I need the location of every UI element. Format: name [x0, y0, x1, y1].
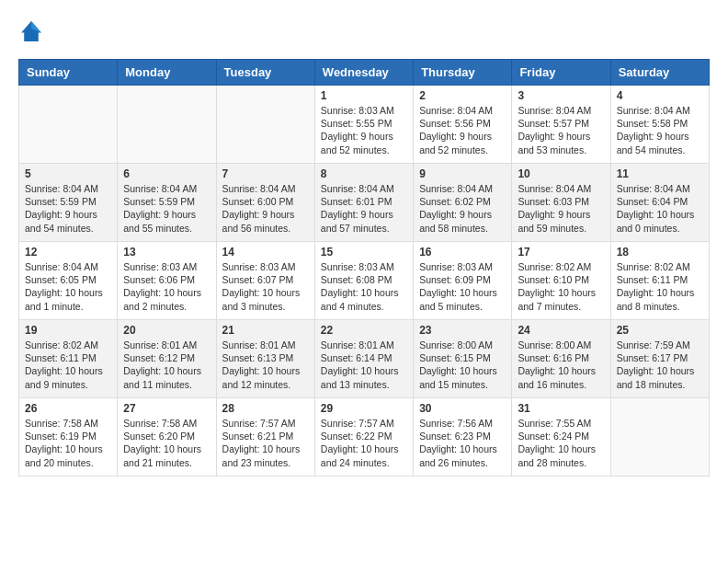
calendar-cell: 22Sunrise: 8:01 AM Sunset: 6:14 PM Dayli…: [314, 320, 413, 398]
cell-content: Sunrise: 8:01 AM Sunset: 6:14 PM Dayligh…: [321, 339, 407, 391]
calendar-cell: 4Sunrise: 8:04 AM Sunset: 5:58 PM Daylig…: [610, 86, 709, 164]
cell-content: Sunrise: 8:02 AM Sunset: 6:11 PM Dayligh…: [617, 260, 703, 313]
calendar-cell: [118, 86, 216, 164]
cell-content: Sunrise: 8:01 AM Sunset: 6:13 PM Dayligh…: [222, 339, 309, 391]
cell-content: Sunrise: 8:03 AM Sunset: 6:09 PM Dayligh…: [419, 260, 506, 313]
page-header: [18, 18, 710, 44]
cell-content: Sunrise: 7:56 AM Sunset: 6:23 PM Dayligh…: [419, 417, 506, 469]
calendar-cell: 9Sunrise: 8:04 AM Sunset: 6:02 PM Daylig…: [414, 164, 512, 242]
calendar-cell: 8Sunrise: 8:04 AM Sunset: 6:01 PM Daylig…: [314, 164, 413, 242]
calendar-cell: 1Sunrise: 8:03 AM Sunset: 5:55 PM Daylig…: [314, 86, 413, 164]
calendar-cell: [610, 398, 709, 477]
calendar-cell: 7Sunrise: 8:04 AM Sunset: 6:00 PM Daylig…: [216, 164, 314, 242]
day-number: 15: [321, 246, 407, 259]
calendar-header-row: SundayMondayTuesdayWednesdayThursdayFrid…: [19, 60, 710, 86]
cell-content: Sunrise: 7:58 AM Sunset: 6:19 PM Dayligh…: [25, 417, 111, 469]
calendar-cell: 3Sunrise: 8:04 AM Sunset: 5:57 PM Daylig…: [512, 86, 610, 164]
day-number: 8: [321, 167, 407, 180]
day-header-monday: Monday: [118, 60, 216, 86]
day-number: 17: [518, 246, 604, 259]
day-number: 21: [222, 324, 309, 337]
calendar-cell: 28Sunrise: 7:57 AM Sunset: 6:21 PM Dayli…: [216, 398, 314, 477]
day-number: 16: [419, 246, 506, 259]
day-number: 4: [617, 89, 703, 102]
calendar-cell: 5Sunrise: 8:04 AM Sunset: 5:59 PM Daylig…: [19, 164, 118, 242]
calendar-cell: 20Sunrise: 8:01 AM Sunset: 6:12 PM Dayli…: [118, 320, 216, 398]
day-header-saturday: Saturday: [610, 60, 709, 86]
calendar-cell: 27Sunrise: 7:58 AM Sunset: 6:20 PM Dayli…: [118, 398, 216, 477]
day-header-wednesday: Wednesday: [314, 60, 413, 86]
calendar-week-row: 12Sunrise: 8:04 AM Sunset: 6:05 PM Dayli…: [19, 242, 710, 320]
day-number: 6: [123, 167, 210, 180]
day-number: 23: [419, 324, 506, 337]
cell-content: Sunrise: 8:04 AM Sunset: 6:05 PM Dayligh…: [25, 260, 111, 313]
cell-content: Sunrise: 7:58 AM Sunset: 6:20 PM Dayligh…: [123, 417, 210, 469]
cell-content: Sunrise: 8:00 AM Sunset: 6:16 PM Dayligh…: [518, 339, 604, 391]
cell-content: Sunrise: 8:04 AM Sunset: 5:58 PM Dayligh…: [617, 104, 703, 156]
day-number: 13: [123, 246, 210, 259]
day-number: 25: [617, 324, 703, 337]
cell-content: Sunrise: 7:59 AM Sunset: 6:17 PM Dayligh…: [617, 339, 703, 391]
cell-content: Sunrise: 8:04 AM Sunset: 5:59 PM Dayligh…: [123, 182, 210, 235]
day-header-friday: Friday: [512, 60, 610, 86]
cell-content: Sunrise: 8:02 AM Sunset: 6:11 PM Dayligh…: [25, 339, 111, 391]
logo: [18, 18, 48, 44]
cell-content: Sunrise: 8:03 AM Sunset: 6:07 PM Dayligh…: [222, 260, 309, 313]
cell-content: Sunrise: 8:02 AM Sunset: 6:10 PM Dayligh…: [518, 260, 604, 313]
day-header-tuesday: Tuesday: [216, 60, 314, 86]
cell-content: Sunrise: 8:04 AM Sunset: 6:00 PM Dayligh…: [222, 182, 309, 235]
day-number: 2: [419, 89, 506, 102]
day-number: 12: [25, 246, 111, 259]
cell-content: Sunrise: 8:03 AM Sunset: 5:55 PM Dayligh…: [321, 104, 407, 156]
cell-content: Sunrise: 8:00 AM Sunset: 6:15 PM Dayligh…: [419, 339, 506, 391]
cell-content: Sunrise: 8:04 AM Sunset: 5:59 PM Dayligh…: [25, 182, 111, 235]
cell-content: Sunrise: 8:01 AM Sunset: 6:12 PM Dayligh…: [123, 339, 210, 391]
calendar-cell: 19Sunrise: 8:02 AM Sunset: 6:11 PM Dayli…: [19, 320, 118, 398]
calendar-week-row: 5Sunrise: 8:04 AM Sunset: 5:59 PM Daylig…: [19, 164, 710, 242]
cell-content: Sunrise: 7:55 AM Sunset: 6:24 PM Dayligh…: [518, 417, 604, 469]
day-number: 24: [518, 324, 604, 337]
cell-content: Sunrise: 8:04 AM Sunset: 5:56 PM Dayligh…: [419, 104, 506, 156]
calendar-cell: 11Sunrise: 8:04 AM Sunset: 6:04 PM Dayli…: [610, 164, 709, 242]
calendar-cell: 15Sunrise: 8:03 AM Sunset: 6:08 PM Dayli…: [314, 242, 413, 320]
calendar-cell: [19, 86, 118, 164]
calendar-cell: 18Sunrise: 8:02 AM Sunset: 6:11 PM Dayli…: [610, 242, 709, 320]
cell-content: Sunrise: 7:57 AM Sunset: 6:22 PM Dayligh…: [321, 417, 407, 469]
day-number: 9: [419, 167, 506, 180]
day-number: 14: [222, 246, 309, 259]
calendar-cell: [216, 86, 314, 164]
calendar-week-row: 26Sunrise: 7:58 AM Sunset: 6:19 PM Dayli…: [19, 398, 710, 477]
day-number: 22: [321, 324, 407, 337]
cell-content: Sunrise: 8:04 AM Sunset: 5:57 PM Dayligh…: [518, 104, 604, 156]
calendar-table: SundayMondayTuesdayWednesdayThursdayFrid…: [18, 59, 710, 477]
cell-content: Sunrise: 8:04 AM Sunset: 6:02 PM Dayligh…: [419, 182, 506, 235]
day-number: 20: [123, 324, 210, 337]
calendar-cell: 16Sunrise: 8:03 AM Sunset: 6:09 PM Dayli…: [414, 242, 512, 320]
calendar-week-row: 19Sunrise: 8:02 AM Sunset: 6:11 PM Dayli…: [19, 320, 710, 398]
day-number: 1: [321, 89, 407, 102]
day-number: 29: [321, 402, 407, 415]
cell-content: Sunrise: 8:04 AM Sunset: 6:04 PM Dayligh…: [617, 182, 703, 235]
cell-content: Sunrise: 7:57 AM Sunset: 6:21 PM Dayligh…: [222, 417, 309, 469]
calendar-cell: 30Sunrise: 7:56 AM Sunset: 6:23 PM Dayli…: [414, 398, 512, 477]
calendar-cell: 10Sunrise: 8:04 AM Sunset: 6:03 PM Dayli…: [512, 164, 610, 242]
calendar-cell: 31Sunrise: 7:55 AM Sunset: 6:24 PM Dayli…: [512, 398, 610, 477]
day-header-thursday: Thursday: [414, 60, 512, 86]
day-number: 31: [518, 402, 604, 415]
day-number: 27: [123, 402, 210, 415]
calendar-cell: 12Sunrise: 8:04 AM Sunset: 6:05 PM Dayli…: [19, 242, 118, 320]
logo-icon: [18, 18, 44, 44]
day-number: 18: [617, 246, 703, 259]
cell-content: Sunrise: 8:04 AM Sunset: 6:03 PM Dayligh…: [518, 182, 604, 235]
calendar-cell: 25Sunrise: 7:59 AM Sunset: 6:17 PM Dayli…: [610, 320, 709, 398]
calendar-cell: 29Sunrise: 7:57 AM Sunset: 6:22 PM Dayli…: [314, 398, 413, 477]
cell-content: Sunrise: 8:03 AM Sunset: 6:06 PM Dayligh…: [123, 260, 210, 313]
day-number: 26: [25, 402, 111, 415]
day-header-sunday: Sunday: [19, 60, 118, 86]
day-number: 5: [25, 167, 111, 180]
cell-content: Sunrise: 8:04 AM Sunset: 6:01 PM Dayligh…: [321, 182, 407, 235]
cell-content: Sunrise: 8:03 AM Sunset: 6:08 PM Dayligh…: [321, 260, 407, 313]
day-number: 3: [518, 89, 604, 102]
calendar-cell: 24Sunrise: 8:00 AM Sunset: 6:16 PM Dayli…: [512, 320, 610, 398]
calendar-cell: 23Sunrise: 8:00 AM Sunset: 6:15 PM Dayli…: [414, 320, 512, 398]
